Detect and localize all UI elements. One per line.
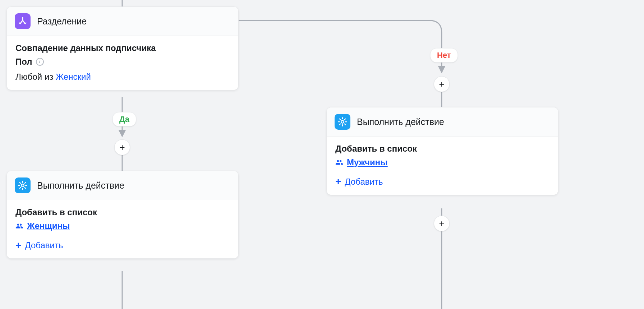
action-right-add-button[interactable]: + Добавить: [335, 177, 549, 187]
split-node-body: Совпадение данных подписчика Пол i Любой…: [7, 36, 238, 90]
action-right-subtitle: Добавить в список: [335, 144, 549, 154]
split-match-prefix: Любой из: [15, 72, 56, 82]
action-left-add-label: Добавить: [25, 240, 63, 250]
svg-point-1: [341, 120, 344, 123]
action-node-left-body: Добавить в список Женщины + Добавить: [7, 200, 238, 258]
split-match-value: Женский: [56, 72, 91, 82]
people-icon: [15, 222, 23, 230]
action-node-right-header: Выполнить действие: [327, 107, 558, 137]
action-node-right-title: Выполнить действие: [357, 117, 444, 127]
plus-icon: +: [335, 177, 341, 187]
plus-icon: +: [15, 240, 21, 250]
svg-point-0: [21, 184, 24, 186]
action-left-list-link[interactable]: Женщины: [15, 221, 230, 231]
split-node-header: Разделение: [7, 7, 238, 36]
action-node-right-body: Добавить в список Мужчины + Добавить: [327, 137, 558, 195]
split-match-row: Любой из Женский: [15, 72, 230, 82]
split-icon: [15, 13, 31, 29]
split-node-title: Разделение: [37, 16, 87, 27]
branch-label-yes: Да: [112, 112, 136, 126]
gear-icon: [15, 177, 31, 193]
split-field-label: Пол: [15, 57, 32, 67]
branch-label-no: Нет: [430, 48, 458, 63]
action-node-left[interactable]: Выполнить действие Добавить в список Жен…: [6, 171, 239, 259]
split-node[interactable]: Разделение Совпадение данных подписчика …: [6, 6, 239, 90]
action-right-add-label: Добавить: [345, 177, 383, 187]
add-node-button-right-below[interactable]: +: [434, 216, 450, 231]
people-icon: [335, 158, 343, 166]
action-right-list-name: Мужчины: [347, 157, 388, 167]
action-right-list-link[interactable]: Мужчины: [335, 157, 549, 167]
split-field-row: Пол i: [15, 57, 230, 67]
add-node-button-no[interactable]: +: [434, 76, 450, 92]
info-icon[interactable]: i: [36, 58, 44, 66]
action-node-left-header: Выполнить действие: [7, 171, 238, 200]
add-node-button-yes[interactable]: +: [114, 139, 130, 155]
action-node-right[interactable]: Выполнить действие Добавить в список Муж…: [326, 107, 558, 195]
action-node-left-title: Выполнить действие: [37, 180, 124, 191]
gear-icon: [335, 114, 350, 130]
action-left-add-button[interactable]: + Добавить: [15, 240, 230, 250]
action-left-subtitle: Добавить в список: [15, 207, 230, 217]
split-condition-title: Совпадение данных подписчика: [15, 43, 230, 53]
action-left-list-name: Женщины: [27, 221, 70, 231]
